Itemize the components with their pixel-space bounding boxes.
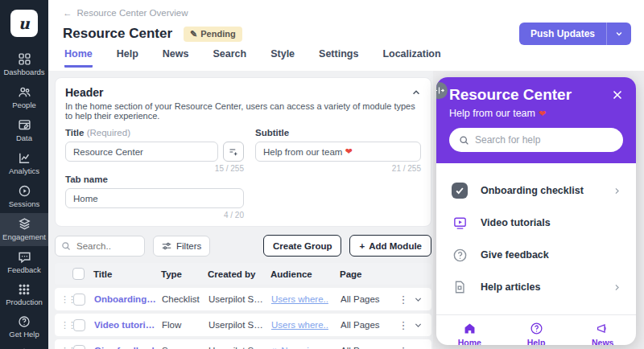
push-updates-split-button: Push Updates <box>519 23 631 45</box>
tab-name-field-group: Tab name 4 / 20 <box>65 174 244 220</box>
table-row[interactable]: ⋮⋮ Onboarding check... Checklist Userpil… <box>55 288 431 310</box>
plus-icon: + <box>359 241 365 251</box>
tab-style[interactable]: Style <box>270 48 295 65</box>
row-checkbox[interactable] <box>73 345 85 349</box>
preview-nav-home[interactable]: Home <box>436 322 503 345</box>
feedback-bubble-icon <box>18 250 31 264</box>
tab-help[interactable]: Help <box>117 48 138 65</box>
help-circle-icon <box>530 322 543 335</box>
row-menu-button[interactable]: ⋮ <box>397 294 410 306</box>
tab-name-input[interactable] <box>65 188 244 208</box>
close-icon[interactable] <box>612 89 623 101</box>
row-checkbox[interactable] <box>73 319 85 331</box>
insert-variable-button[interactable] <box>223 142 244 162</box>
tab-news[interactable]: News <box>163 48 189 65</box>
sidebar-item-data[interactable]: Data <box>0 114 48 147</box>
audience-link[interactable]: Users where.. <box>271 294 337 304</box>
engagement-layers-icon <box>18 217 31 231</box>
pencil-icon: ✎ <box>190 29 197 39</box>
breadcrumb-back[interactable]: ← Resource Center Overview <box>63 6 631 19</box>
title-char-count: 15 / 255 <box>65 164 244 173</box>
sidebar-item-people[interactable]: People <box>0 81 48 114</box>
text-insert-icon <box>229 147 238 157</box>
app-window: u Dashboards People Data Analytics Sessi… <box>0 0 644 349</box>
preview-nav-news[interactable]: News <box>569 322 636 345</box>
title-input[interactable] <box>65 142 218 162</box>
chevron-right-icon <box>613 283 621 292</box>
audience-link[interactable]: New sign-ups <box>271 346 337 349</box>
title-row: Resource Center ✎ Pending Push Updates <box>63 19 631 48</box>
title-field-label: Title (Required) <box>65 128 244 138</box>
module-title-link[interactable]: Give feedback <box>94 346 162 349</box>
add-module-button[interactable]: + Add Module <box>349 235 431 257</box>
content-area: Header In the home section of your Resou… <box>48 71 644 349</box>
row-menu-button[interactable]: ⋮ <box>397 345 410 349</box>
chevron-down-icon <box>414 347 423 349</box>
megaphone-icon <box>596 322 609 335</box>
title-field-group: Title (Required) 15 / 255 <box>65 128 244 173</box>
filters-button[interactable]: Filters <box>153 236 210 257</box>
sidebar-item-dashboards[interactable]: Dashboards <box>0 48 48 81</box>
back-link-label: Resource Center Overview <box>77 8 188 18</box>
preview-nav-help[interactable]: Help <box>503 322 570 345</box>
resource-center-preview: Resource Center Help from our team ❤ Sea… <box>436 77 636 345</box>
preview-module-list: Onboarding checklist Video tutorials Giv… <box>436 163 636 314</box>
row-menu-button[interactable]: ⋮ <box>397 319 410 331</box>
sidebar-item-engagement[interactable]: Engagement <box>0 213 48 246</box>
article-icon <box>451 278 469 296</box>
search-icon <box>61 241 71 251</box>
question-circle-icon <box>451 246 469 264</box>
preview-item-help-articles[interactable]: Help articles <box>451 271 621 303</box>
sidebar-item-analytics[interactable]: Analytics <box>0 147 48 180</box>
row-expand-button[interactable] <box>410 321 426 330</box>
video-icon <box>451 214 469 232</box>
tab-home[interactable]: Home <box>64 48 93 68</box>
audience-link[interactable]: Users where.. <box>271 320 337 330</box>
heart-icon: ❤ <box>539 109 546 119</box>
preview-item-video-tutorials[interactable]: Video tutorials <box>451 207 621 239</box>
drag-handle-icon[interactable]: ⋮⋮ <box>60 321 73 329</box>
push-updates-button[interactable]: Push Updates <box>519 23 606 45</box>
sidebar-item-get-help[interactable]: Get Help <box>0 311 48 343</box>
create-group-button[interactable]: Create Group <box>263 235 342 257</box>
table-row[interactable]: ⋮⋮ Video tutorials Flow Userpilot Sales … <box>55 314 431 336</box>
sidebar-item-production[interactable]: Production <box>0 279 48 311</box>
drag-handle-icon[interactable]: ⋮⋮ <box>60 295 73 303</box>
sidebar-item-configure[interactable]: Configure <box>0 343 48 349</box>
sidebar: u Dashboards People Data Analytics Sessi… <box>0 0 48 349</box>
sidebar-item-feedback[interactable]: Feedback <box>0 246 48 279</box>
filters-icon <box>162 241 171 251</box>
section-title: Header <box>65 86 103 99</box>
preview-search-field[interactable]: Search for help <box>449 128 623 152</box>
main-area: ← Resource Center Overview Resource Cent… <box>48 0 644 349</box>
row-expand-button[interactable] <box>410 295 426 304</box>
tab-localization[interactable]: Localization <box>382 48 440 65</box>
tab-search[interactable]: Search <box>213 48 246 65</box>
preview-item-give-feedback[interactable]: Give feedback <box>451 239 621 271</box>
chevron-down-icon <box>615 30 623 38</box>
row-checkbox[interactable] <box>73 294 85 306</box>
select-all-checkbox[interactable] <box>72 268 85 280</box>
modules-table: Title Type Created by Audience Page ⋮⋮ O… <box>55 263 431 349</box>
module-title-link[interactable]: Video tutorials <box>94 320 162 330</box>
home-icon <box>463 322 477 335</box>
userpilot-logo[interactable]: u <box>10 10 38 37</box>
preview-header: Resource Center Help from our team ❤ Sea… <box>436 77 636 163</box>
subtitle-char-count: 21 / 255 <box>255 164 421 173</box>
collapse-chevron-icon[interactable] <box>411 88 421 97</box>
preview-item-onboarding-checklist[interactable]: Onboarding checklist <box>451 174 621 207</box>
tab-settings[interactable]: Settings <box>319 48 358 65</box>
subtitle-input[interactable]: Help from our team ❤ <box>255 142 421 162</box>
production-grid-icon <box>18 283 31 296</box>
module-title-link[interactable]: Onboarding check... <box>94 294 162 304</box>
module-toolbar: Filters Create Group + Add Module <box>55 235 431 257</box>
sidebar-item-sessions[interactable]: Sessions <box>0 180 48 213</box>
table-header: Title Type Created by Audience Page <box>55 263 431 285</box>
chevron-down-icon <box>414 321 423 330</box>
page-title: Resource Center <box>63 26 172 42</box>
row-expand-button[interactable] <box>410 347 426 349</box>
table-row[interactable]: ⋮⋮ Give feedback Survey Userpilot Sales … <box>55 339 431 349</box>
tab-bar: Home Help News Search Style Settings Loc… <box>63 48 631 71</box>
push-updates-caret-button[interactable] <box>606 23 631 45</box>
analytics-icon <box>18 151 31 165</box>
